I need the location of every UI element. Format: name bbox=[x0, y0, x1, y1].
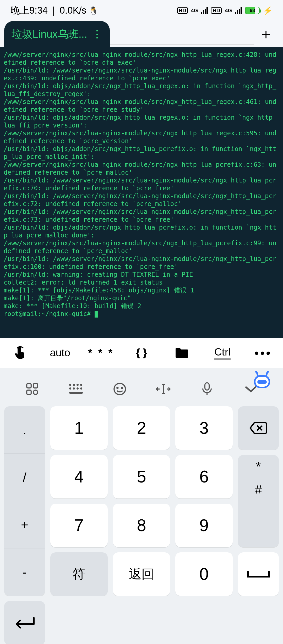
svg-point-5 bbox=[267, 371, 269, 373]
side-right-column: * # bbox=[238, 455, 279, 547]
svg-point-9 bbox=[33, 390, 38, 395]
svg-point-19 bbox=[114, 383, 125, 395]
keyboard-layout-icon[interactable] bbox=[67, 380, 85, 398]
terminal[interactable]: /www/server/nginx/src/lua-nginx-module/s… bbox=[0, 47, 283, 338]
key-hash[interactable]: # bbox=[238, 478, 279, 501]
apps-icon[interactable] bbox=[23, 380, 41, 398]
hd-badge: HD bbox=[177, 7, 188, 14]
svg-rect-6 bbox=[27, 384, 31, 388]
key-3[interactable]: 3 bbox=[175, 406, 233, 450]
svg-point-10 bbox=[69, 384, 71, 386]
hd-badge-2: HD bbox=[211, 7, 222, 14]
braces-button[interactable]: { } bbox=[121, 338, 162, 368]
assistant-icon[interactable] bbox=[252, 371, 273, 389]
key-5[interactable]: 5 bbox=[113, 455, 170, 498]
cursor-icon bbox=[95, 311, 98, 318]
key-6[interactable]: 6 bbox=[175, 455, 233, 498]
charging-icon: ⚡ bbox=[263, 6, 273, 15]
side-symbol-column: . / + - bbox=[4, 406, 45, 596]
tab-current[interactable]: 垃圾Linux乌班... ⋯ bbox=[4, 21, 110, 47]
folder-button[interactable] bbox=[162, 338, 202, 368]
svg-point-14 bbox=[69, 387, 71, 390]
signal-icon-2 bbox=[235, 7, 242, 14]
key-minus[interactable]: - bbox=[4, 548, 45, 596]
add-tab-button[interactable]: ＋ bbox=[254, 21, 278, 47]
svg-rect-7 bbox=[33, 384, 38, 388]
key-7[interactable]: 7 bbox=[50, 504, 108, 547]
svg-rect-8 bbox=[27, 390, 31, 395]
net-label-1: 4G bbox=[191, 8, 198, 14]
key-backspace[interactable] bbox=[238, 406, 279, 450]
svg-point-16 bbox=[77, 387, 79, 390]
more-button[interactable]: ●●● bbox=[243, 338, 283, 368]
status-time: 晚上9:34 bbox=[10, 4, 48, 17]
key-4[interactable]: 4 bbox=[50, 455, 108, 498]
key-space[interactable] bbox=[238, 552, 279, 596]
key-back[interactable]: 返回 bbox=[113, 552, 170, 596]
tabs-bar: 垃圾Linux乌班... ⋯ ＋ bbox=[0, 21, 283, 47]
tab-menu-icon[interactable]: ⋯ bbox=[91, 29, 104, 39]
terminal-output: /www/server/nginx/src/lua-nginx-module/s… bbox=[4, 51, 276, 310]
net-label-2: 4G bbox=[225, 8, 232, 14]
signal-icon bbox=[201, 7, 208, 14]
key-enter[interactable] bbox=[4, 601, 45, 644]
password-button[interactable]: * * * bbox=[81, 338, 121, 368]
key-2[interactable]: 2 bbox=[113, 406, 170, 450]
svg-rect-22 bbox=[205, 383, 209, 390]
keyboard: . / + - 1 2 3 4 5 6 * # 7 8 9 符 返回 0 bbox=[0, 368, 283, 644]
terminal-prompt: root@mail:~/nginx-quic# bbox=[4, 310, 95, 318]
key-dot[interactable]: . bbox=[4, 406, 45, 454]
svg-point-20 bbox=[117, 387, 118, 388]
svg-point-21 bbox=[121, 387, 122, 388]
autocomplete-button[interactable]: auto bbox=[40, 338, 81, 368]
key-1[interactable]: 1 bbox=[50, 406, 108, 450]
status-bar: 晚上9:34 | 0.0K/s 🐧 HD 4G HD 4G 68 ⚡ bbox=[0, 0, 283, 21]
terminal-toolbar: auto * * * { } Ctrl ●●● bbox=[0, 338, 283, 368]
key-0[interactable]: 0 bbox=[175, 552, 233, 596]
key-symbols[interactable]: 符 bbox=[50, 552, 108, 596]
status-speed: 0.0K/s bbox=[59, 5, 86, 16]
svg-rect-1 bbox=[257, 380, 267, 384]
svg-point-15 bbox=[73, 387, 75, 390]
key-star[interactable]: * bbox=[238, 455, 279, 478]
cursor-mode-icon[interactable] bbox=[154, 380, 172, 398]
key-9[interactable]: 9 bbox=[175, 504, 233, 547]
ctrl-button[interactable]: Ctrl bbox=[202, 338, 243, 368]
key-slash[interactable]: / bbox=[4, 454, 45, 501]
ime-toolbar bbox=[0, 368, 283, 402]
svg-line-2 bbox=[257, 372, 258, 376]
keypad: . / + - 1 2 3 4 5 6 * # 7 8 9 符 返回 0 bbox=[0, 402, 283, 644]
svg-line-3 bbox=[266, 372, 267, 376]
svg-point-12 bbox=[77, 384, 79, 386]
mic-icon[interactable] bbox=[198, 380, 216, 398]
tab-title: 垃圾Linux乌班... bbox=[12, 27, 87, 41]
svg-point-11 bbox=[73, 384, 75, 386]
tab-divider bbox=[110, 21, 254, 45]
battery-icon: 68 bbox=[245, 7, 260, 14]
emoji-icon[interactable] bbox=[111, 380, 129, 398]
key-8[interactable]: 8 bbox=[113, 504, 170, 547]
svg-point-13 bbox=[80, 384, 82, 386]
key-plus[interactable]: + bbox=[4, 501, 45, 548]
svg-point-17 bbox=[80, 387, 82, 390]
svg-point-4 bbox=[255, 371, 257, 373]
penguin-icon: 🐧 bbox=[89, 6, 98, 15]
svg-rect-18 bbox=[69, 392, 83, 394]
touch-mode-button[interactable] bbox=[0, 338, 40, 368]
